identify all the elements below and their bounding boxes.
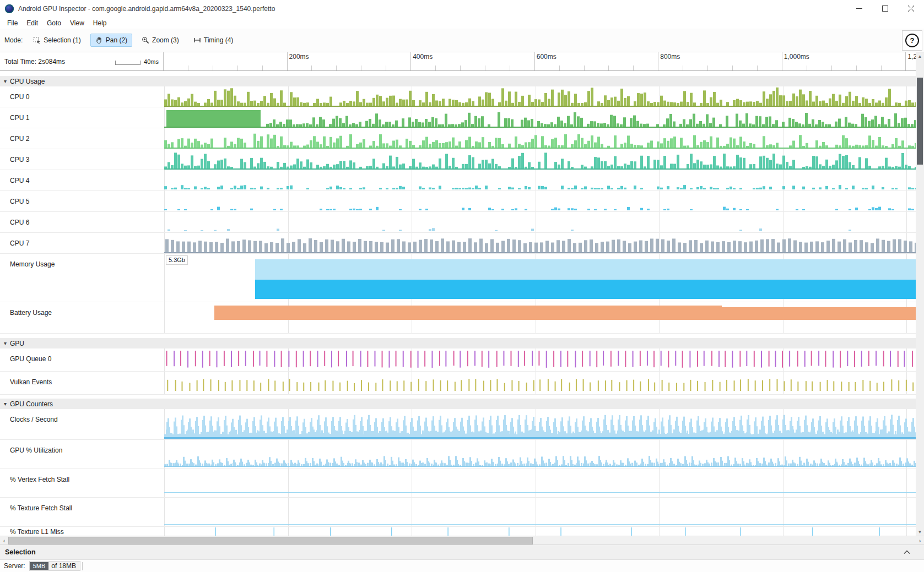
toolbar-button-selection[interactable]: Selection (1): [28, 34, 85, 47]
track-label: CPU 0: [0, 86, 164, 107]
track-label: CPU 4: [0, 170, 164, 190]
track-label: Clocks / Second: [0, 409, 164, 439]
track-chart-cell: [164, 107, 916, 128]
collapse-arrow-icon: ▾: [4, 341, 7, 346]
ruler-time-label: 600ms: [537, 53, 556, 61]
track-chart-texture-fetch-stall[interactable]: [164, 498, 916, 526]
track-chart-texture-l1-miss[interactable]: [164, 527, 916, 536]
track-row-cpu-2: CPU 2: [0, 128, 916, 149]
scroll-left-arrow-icon[interactable]: ‹: [0, 536, 8, 544]
track-chart-cpu-7[interactable]: [164, 233, 916, 253]
track-chart-cpu-3[interactable]: [164, 149, 916, 170]
menu-item-edit[interactable]: Edit: [22, 18, 42, 28]
track-row-cpu-3: CPU 3: [0, 149, 916, 170]
track-chart-cell: [164, 498, 916, 526]
horizontal-scrollbar-thumb[interactable]: [8, 537, 533, 544]
window-controls: [846, 0, 924, 17]
track-chart-cell: [164, 149, 916, 170]
vertical-scrollbar[interactable]: ▲ ▼: [916, 52, 924, 536]
ruler-scale[interactable]: 200ms400ms600ms800ms1,000ms1,200ms: [163, 52, 916, 70]
track-spacer: [0, 395, 916, 399]
server-memory-total: of 18MB: [48, 562, 80, 570]
maximize-button[interactable]: [872, 0, 898, 17]
minimize-button[interactable]: [846, 0, 872, 17]
track-chart-gpu-queue-0[interactable]: [164, 348, 916, 371]
track-chart-cell: [164, 170, 916, 190]
track-chart-cpu-2[interactable]: [164, 128, 916, 149]
menu-item-file[interactable]: File: [3, 18, 22, 28]
timing-button-label: Timing (4): [204, 36, 234, 44]
track-chart-battery-usage[interactable]: [164, 302, 916, 333]
track-label: Vulkan Events: [0, 372, 164, 394]
pan-button-label: Pan (2): [106, 36, 127, 44]
scroll-up-arrow-icon[interactable]: ▲: [916, 52, 924, 60]
track-chart-cpu-0[interactable]: [164, 86, 916, 107]
track-chart-cell: [164, 302, 916, 333]
track-label: CPU 7: [0, 233, 164, 253]
menu-item-help[interactable]: Help: [89, 18, 111, 28]
title-bar: Android GPU Inspector - com.google.andro…: [0, 0, 924, 17]
track-row-battery-usage: Battery Usage: [0, 302, 916, 334]
help-button[interactable]: ?: [902, 30, 922, 51]
track-row-cpu-6: CPU 6: [0, 212, 916, 233]
selection-button-label: Selection (1): [44, 36, 80, 44]
track-chart-cell: [164, 348, 916, 371]
zoom-button-label: Zoom (3): [152, 36, 179, 44]
scale-bracket-icon: [115, 61, 141, 65]
vertical-scrollbar-thumb[interactable]: [917, 78, 923, 165]
status-separator: [82, 562, 83, 570]
track-chart-vulkan-events[interactable]: [164, 372, 916, 394]
selection-panel-header[interactable]: Selection: [0, 544, 924, 559]
track-row-cpu-7: CPU 7: [0, 233, 916, 254]
track-chart-cpu-1[interactable]: [164, 107, 916, 128]
collapse-arrow-icon: ▾: [4, 79, 7, 84]
track-row-texture-fetch-stall: % Texture Fetch Stall: [0, 498, 916, 527]
horizontal-scrollbar[interactable]: ‹ ›: [0, 536, 924, 544]
toolbar-button-timing[interactable]: Timing (4): [188, 34, 239, 47]
pan-icon: [95, 36, 103, 44]
track-row-memory-usage: Memory Usage5.3Gb: [0, 254, 916, 302]
track-chart-gpu-utilization[interactable]: [164, 440, 916, 469]
ruler-time-label: 1,200ms: [907, 53, 916, 61]
timeline-main: Total Time: 2s084ms 40ms 200ms400ms600ms…: [0, 52, 924, 536]
track-label: CPU 5: [0, 191, 164, 211]
track-chart-cell: [164, 233, 916, 253]
track-chart-vertex-fetch-stall[interactable]: [164, 469, 916, 497]
track-row-vertex-fetch-stall: % Vertex Fetch Stall: [0, 469, 916, 498]
selection-panel-title: Selection: [5, 548, 36, 556]
close-button[interactable]: [898, 0, 924, 17]
track-chart-cpu-6[interactable]: [164, 212, 916, 232]
section-header-label: GPU: [10, 340, 24, 347]
toolbar-button-zoom[interactable]: Zoom (3): [137, 34, 184, 47]
collapse-arrow-icon: ▾: [4, 401, 7, 407]
track-chart-memory-usage[interactable]: [164, 254, 916, 302]
section-header-label: GPU Counters: [10, 400, 53, 408]
track-chart-clocks-second[interactable]: [164, 409, 916, 439]
track-label: CPU 1: [0, 107, 164, 128]
track-row-vulkan-events: Vulkan Events: [0, 372, 916, 395]
server-memory-used: 5MB: [30, 562, 49, 570]
scroll-down-arrow-icon[interactable]: ▼: [916, 528, 924, 536]
track-chart-cell: [164, 372, 916, 394]
track-chart-cpu-4[interactable]: [164, 170, 916, 190]
section-header-cpu-usage[interactable]: ▾CPU Usage: [0, 76, 916, 86]
scale-label: 40ms: [144, 58, 159, 65]
menu-item-view[interactable]: View: [66, 18, 89, 28]
scroll-right-arrow-icon[interactable]: ›: [916, 536, 924, 544]
track-chart-cpu-5[interactable]: [164, 191, 916, 211]
track-label: CPU 2: [0, 128, 164, 149]
menu-item-goto[interactable]: Goto: [42, 18, 66, 28]
total-time-label: Total Time: 2s084ms: [4, 58, 65, 66]
status-bar: Server: 5MB of 18MB: [0, 559, 924, 572]
help-icon: ?: [905, 34, 919, 47]
section-header-gpu[interactable]: ▾GPU: [0, 338, 916, 348]
track-chart-cell: [164, 191, 916, 211]
toolbar-button-pan[interactable]: Pan (2): [90, 34, 132, 47]
ruler-summary: Total Time: 2s084ms 40ms: [0, 52, 163, 70]
section-header-gpu-counters[interactable]: ▾GPU Counters: [0, 399, 916, 409]
ruler-time-label: 1,000ms: [784, 53, 809, 61]
track-label: % Texture L1 Miss: [0, 527, 164, 536]
track-label: % Vertex Fetch Stall: [0, 469, 164, 497]
mode-label: Mode:: [4, 36, 23, 44]
collapse-panel-chevron-icon[interactable]: [904, 550, 910, 554]
